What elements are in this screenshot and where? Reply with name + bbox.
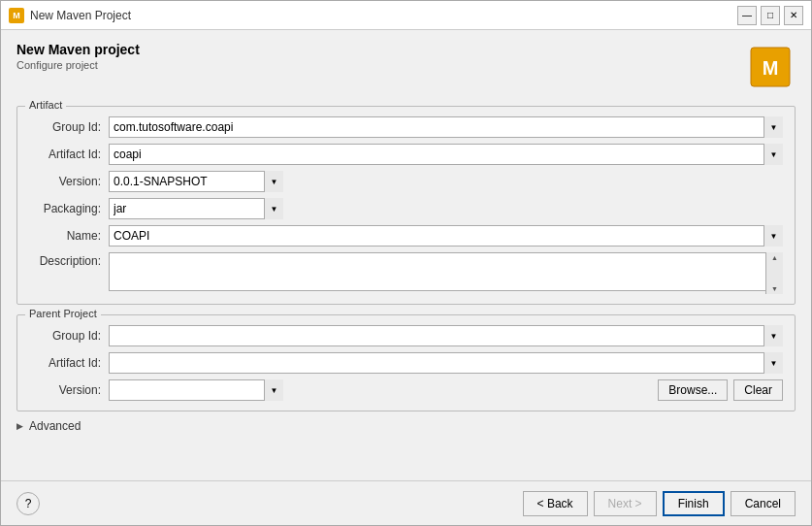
minimize-button[interactable]: — [737,6,757,25]
maven-logo: M [745,42,796,92]
page-header: New Maven project Configure project M [16,42,796,92]
maven-logo-svg: M [747,44,794,90]
name-wrapper: ▼ [109,225,783,247]
parent-version-label: Version: [29,383,109,397]
packaging-wrapper: jar war pom ear ▼ [109,198,283,219]
version-label: Version: [29,175,109,188]
window-controls: — □ ✕ [737,6,803,25]
packaging-label: Packaging: [29,202,109,215]
help-button[interactable]: ? [16,492,40,515]
bottom-bar: ? < Back Next > Finish Cancel [1,480,811,525]
description-label: Description: [29,252,109,268]
parent-version-row: Version: ▼ Browse... Clear [29,379,783,401]
artifact-section: Artifact Group Id: ▼ Artifact Id: ▼ Ver [16,106,796,305]
parent-group-id-row: Group Id: ▼ [29,325,783,346]
title-bar-left: M New Maven Project [9,8,131,23]
version-select[interactable]: 0.0.1-SNAPSHOT 1.0.0 1.0.0-SNAPSHOT [109,171,283,192]
maximize-button[interactable]: □ [761,6,780,25]
group-id-row: Group Id: ▼ [29,116,783,138]
artifact-id-label: Artifact Id: [29,148,109,161]
parent-artifact-id-row: Artifact Id: ▼ [29,352,783,374]
version-wrapper: 0.0.1-SNAPSHOT 1.0.0 1.0.0-SNAPSHOT ▼ [109,171,283,192]
parent-artifact-id-label: Artifact Id: [29,356,109,370]
navigation-buttons: < Back Next > Finish Cancel [523,491,796,516]
description-wrapper: ▲ ▼ [109,252,783,294]
parent-version-wrapper: ▼ [109,379,283,401]
title-bar: M New Maven Project — □ ✕ [1,1,811,30]
description-input[interactable] [109,252,783,291]
parent-artifact-id-input[interactable] [109,352,783,374]
group-id-wrapper: ▼ [109,116,783,138]
next-label: Next > [608,497,642,510]
finish-label: Finish [678,497,709,510]
parent-section-title: Parent Project [25,308,101,319]
finish-button[interactable]: Finish [663,491,725,516]
main-content: New Maven project Configure project M Ar… [1,30,811,480]
cancel-label: Cancel [745,497,781,510]
window-title: New Maven Project [30,9,131,22]
page-title: New Maven project [16,42,140,57]
parent-group-id-wrapper: ▼ [109,325,783,346]
version-row: Version: 0.0.1-SNAPSHOT 1.0.0 1.0.0-SNAP… [29,171,783,192]
name-input[interactable] [109,225,783,247]
parent-artifact-id-wrapper: ▼ [109,352,783,374]
artifact-id-wrapper: ▼ [109,144,783,165]
packaging-row: Packaging: jar war pom ear ▼ [29,198,783,219]
artifact-section-title: Artifact [25,99,66,111]
cancel-button[interactable]: Cancel [731,491,796,516]
parent-version-input[interactable] [109,379,283,401]
advanced-arrow-icon: ▶ [16,421,23,431]
scroll-up-arrow: ▲ [771,254,778,261]
parent-group-id-label: Group Id: [29,329,109,343]
browse-button[interactable]: Browse... [658,379,728,401]
close-button[interactable]: ✕ [784,6,803,25]
svg-text:M: M [763,57,779,79]
back-label: < Back [537,497,573,510]
packaging-select[interactable]: jar war pom ear [109,198,283,219]
parent-group-id-input[interactable] [109,325,783,346]
next-button[interactable]: Next > [594,491,657,516]
parent-version-controls: ▼ Browse... Clear [109,379,783,401]
app-icon: M [9,8,24,23]
group-id-label: Group Id: [29,120,109,134]
advanced-label: Advanced [29,419,81,433]
back-button[interactable]: < Back [523,491,588,516]
page-header-text: New Maven project Configure project [16,42,140,71]
name-row: Name: ▼ [29,225,783,247]
description-scrollbar[interactable]: ▲ ▼ [765,252,783,294]
page-subtitle: Configure project [16,59,140,71]
artifact-id-row: Artifact Id: ▼ [29,144,783,165]
clear-button[interactable]: Clear [733,379,783,401]
name-label: Name: [29,229,109,243]
group-id-input[interactable] [109,116,783,138]
advanced-row[interactable]: ▶ Advanced [16,419,796,433]
parent-section: Parent Project Group Id: ▼ Artifact Id: … [16,314,796,411]
main-window: M New Maven Project — □ ✕ New Maven proj… [0,0,812,526]
artifact-id-input[interactable] [109,144,783,165]
description-row: Description: ▲ ▼ [29,252,783,294]
scroll-down-arrow: ▼ [771,285,778,292]
